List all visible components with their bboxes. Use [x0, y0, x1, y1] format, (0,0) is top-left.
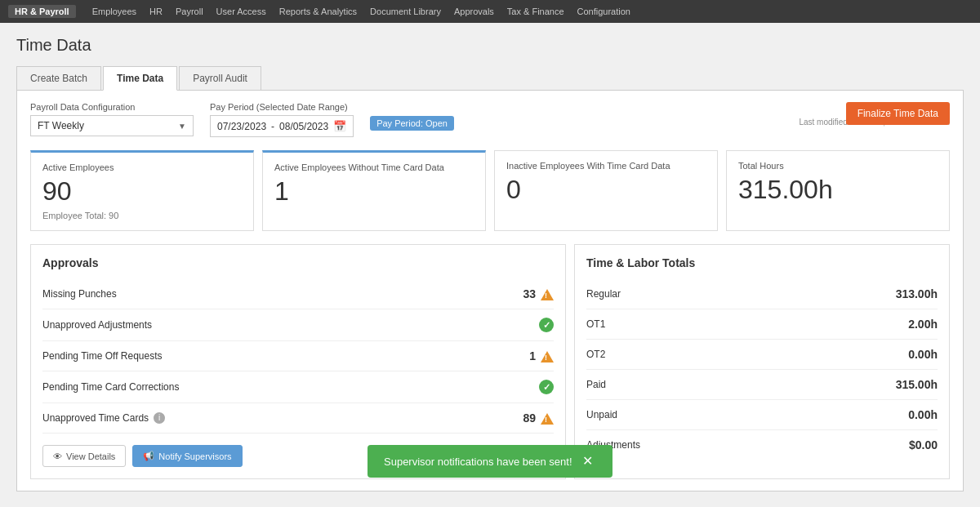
- approval-value-0: 33: [523, 287, 554, 300]
- stat-total-hours: Total Hours 315.00h: [726, 150, 950, 231]
- labor-name-1: OT1: [586, 318, 605, 330]
- labor-title: Time & Labor Totals: [586, 256, 938, 269]
- approval-value-3: ✓: [539, 380, 554, 394]
- stat-active-employees: Active Employees 90 Employee Total: 90: [30, 150, 254, 231]
- labor-name-3: Paid: [586, 379, 606, 390]
- approval-name-4: Unapproved Time Cards i: [42, 412, 165, 424]
- payroll-config-group: Payroll Data Configuration FT Weekly ▼: [30, 102, 194, 136]
- pay-period-label: Pay Period (Selected Date Range): [210, 102, 354, 112]
- labor-value-1: 2.00h: [908, 318, 938, 331]
- approvals-panel: Approvals Missing Punches 33 Unapproved …: [30, 244, 566, 479]
- nav-items: Employees HR Payroll User Access Reports…: [92, 7, 630, 16]
- view-details-button[interactable]: 👁 View Details: [42, 445, 126, 467]
- payroll-config-select[interactable]: FT Weekly ▼: [30, 115, 194, 136]
- date-from: 07/23/2023: [217, 121, 266, 132]
- main-content: Time Data Create Batch Time Data Payroll…: [0, 23, 980, 507]
- labor-row-regular: Regular 313.00h: [586, 279, 938, 309]
- labor-name-0: Regular: [586, 288, 621, 300]
- approval-count-0: 33: [523, 287, 536, 300]
- date-separator: -: [271, 121, 274, 132]
- brand-label: HR & Payroll: [8, 5, 76, 18]
- notify-supervisors-button[interactable]: 📢 Notify Supervisors: [132, 445, 242, 467]
- stat-active-no-timecard: Active Employees Without Time Card Data …: [262, 150, 486, 231]
- nav-item-documents[interactable]: Document Library: [370, 7, 441, 16]
- approvals-title: Approvals: [42, 256, 554, 269]
- stat-value-0: 90: [42, 177, 242, 206]
- approval-value-4: 89: [523, 411, 554, 425]
- approval-value-2: 1: [529, 349, 554, 362]
- top-nav: HR & Payroll Employees HR Payroll User A…: [0, 0, 980, 23]
- warning-icon-4: [541, 411, 554, 425]
- stat-value-1: 1: [274, 177, 474, 206]
- check-icon-1: ✓: [539, 318, 554, 332]
- config-row: Payroll Data Configuration FT Weekly ▼ P…: [30, 102, 950, 137]
- content-panel: Finalize Time Data Payroll Data Configur…: [16, 91, 964, 491]
- labor-value-3: 315.00h: [896, 378, 938, 391]
- check-icon-3: ✓: [539, 380, 554, 394]
- info-icon-4[interactable]: i: [154, 412, 165, 424]
- approval-name-2: Pending Time Off Requests: [42, 350, 163, 362]
- eye-icon: 👁: [53, 451, 62, 461]
- notify-label: Notify Supervisors: [158, 451, 231, 461]
- labor-value-2: 0.00h: [908, 348, 938, 361]
- toast-close-button[interactable]: ✕: [582, 455, 593, 468]
- nav-item-config[interactable]: Configuration: [577, 7, 630, 16]
- stat-subtitle-0: Employee Total: 90: [42, 211, 242, 220]
- nav-item-approvals[interactable]: Approvals: [454, 7, 494, 16]
- approval-count-4: 89: [523, 411, 536, 425]
- approval-row-unapproved-adjustments: Unapproved Adjustments ✓: [42, 309, 554, 341]
- toast-message: Supervisor notifications have been sent!: [384, 456, 572, 468]
- stats-row: Active Employees 90 Employee Total: 90 A…: [30, 150, 950, 231]
- notify-icon: 📢: [143, 451, 154, 461]
- approval-count-2: 1: [529, 349, 536, 362]
- tab-create-batch[interactable]: Create Batch: [16, 66, 101, 90]
- approval-name-3: Pending Time Card Corrections: [42, 381, 179, 393]
- labor-row-unpaid: Unpaid 0.00h: [586, 400, 938, 430]
- nav-item-reports[interactable]: Reports & Analytics: [279, 7, 357, 16]
- page-title: Time Data: [16, 36, 964, 55]
- pay-period-group: Pay Period (Selected Date Range) 07/23/2…: [210, 102, 354, 137]
- nav-item-tax[interactable]: Tax & Finance: [507, 7, 564, 16]
- stat-inactive-with-timecard: Inactive Employees With Time Card Data 0: [494, 150, 718, 231]
- labor-value-0: 313.00h: [896, 287, 938, 300]
- calendar-icon[interactable]: 📅: [333, 120, 346, 132]
- dropdown-arrow-icon: ▼: [178, 122, 186, 131]
- approval-row-missing-punches: Missing Punches 33: [42, 279, 554, 309]
- warning-icon-2: [541, 349, 554, 362]
- labor-name-2: OT2: [586, 349, 605, 360]
- view-details-label: View Details: [66, 451, 115, 461]
- labor-row-ot2: OT2 0.00h: [586, 340, 938, 370]
- payroll-config-label: Payroll Data Configuration: [30, 102, 194, 112]
- labor-row-adjustments: Adjustments $0.00: [586, 430, 938, 460]
- stat-label-1: Active Employees Without Time Card Data: [274, 162, 474, 172]
- date-range-input[interactable]: 07/23/2023 - 08/05/2023 📅: [210, 115, 354, 137]
- stat-label-3: Total Hours: [738, 161, 938, 171]
- toast-notification: Supervisor notifications have been sent!…: [368, 445, 612, 478]
- tabs: Create Batch Time Data Payroll Audit: [16, 66, 964, 91]
- approval-name-0: Missing Punches: [42, 288, 117, 300]
- nav-item-user-access[interactable]: User Access: [216, 7, 266, 16]
- labor-name-4: Unpaid: [586, 409, 617, 420]
- nav-item-payroll[interactable]: Payroll: [176, 7, 203, 16]
- stat-label-0: Active Employees: [42, 162, 242, 172]
- finalize-button[interactable]: Finalize Time Data: [846, 102, 950, 125]
- labor-row-paid: Paid 315.00h: [586, 370, 938, 400]
- nav-item-employees[interactable]: Employees: [92, 7, 136, 16]
- warning-icon-0: [541, 287, 554, 300]
- labor-panel: Time & Labor Totals Regular 313.00h OT1 …: [574, 244, 950, 479]
- stat-label-2: Inactive Employees With Time Card Data: [506, 161, 706, 171]
- labor-value-5: $0.00: [909, 438, 938, 451]
- labor-value-4: 0.00h: [908, 408, 938, 421]
- approval-row-pending-timeoff: Pending Time Off Requests 1: [42, 341, 554, 371]
- nav-item-hr[interactable]: HR: [149, 7, 163, 16]
- approval-row-unapproved-timecards: Unapproved Time Cards i 89: [42, 403, 554, 434]
- stat-value-2: 0: [506, 176, 706, 204]
- date-to: 08/05/2023: [279, 121, 328, 132]
- pay-period-badge: Pay Period: Open: [370, 116, 454, 131]
- labor-row-ot1: OT1 2.00h: [586, 309, 938, 340]
- tab-payroll-audit[interactable]: Payroll Audit: [179, 66, 261, 90]
- approval-value-1: ✓: [539, 318, 554, 332]
- stat-value-3: 315.00h: [738, 176, 938, 204]
- tab-time-data[interactable]: Time Data: [103, 66, 177, 91]
- pay-period-badge-container: Pay Period: Open: [370, 117, 454, 129]
